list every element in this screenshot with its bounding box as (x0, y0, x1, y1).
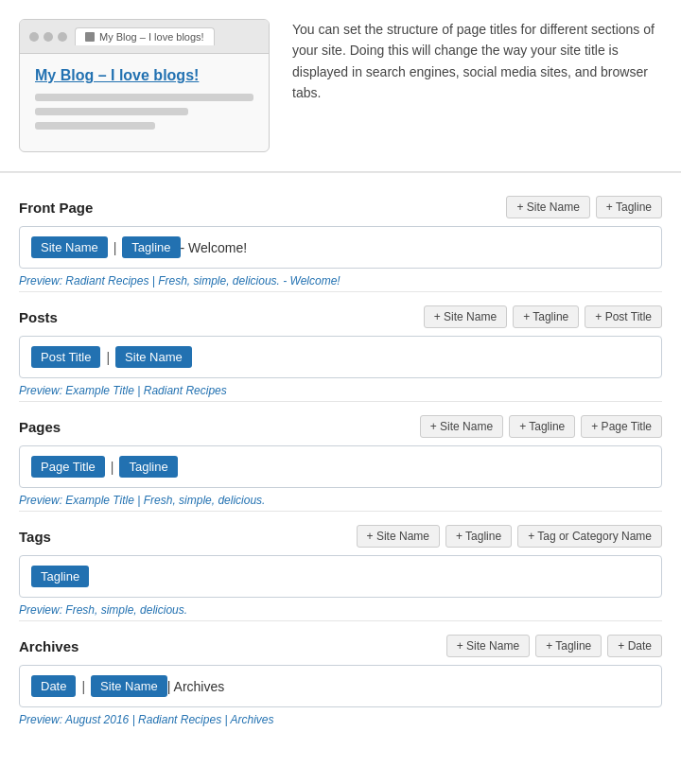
section-tags: Tags+ Site Name+ Tagline+ Tag or Categor… (19, 512, 662, 617)
add-btn-archives-+-tagline[interactable]: + Tagline (535, 635, 602, 657)
section-header-front-page: Front Page+ Site Name+ Tagline (19, 183, 662, 226)
add-btn-posts-+-tagline[interactable]: + Tagline (513, 305, 579, 328)
add-btn-archives-+-site-name[interactable]: + Site Name (446, 635, 530, 657)
browser-line-2 (35, 108, 188, 115)
browser-line-3 (35, 122, 155, 130)
add-btn-posts-+-post-title[interactable]: + Post Title (585, 305, 662, 328)
add-btn-pages-+-site-name[interactable]: + Site Name (420, 415, 503, 438)
token-separator-pages-0: | (105, 460, 120, 475)
browser-dot-3 (58, 32, 67, 42)
browser-mockup: My Blog – I love blogs! My Blog – I love… (19, 19, 270, 152)
section-actions-posts: + Site Name+ Tagline+ Post Title (424, 305, 662, 328)
add-btn-archives-+-date[interactable]: + Date (607, 635, 662, 657)
browser-tab-label: My Blog – I love blogs! (99, 31, 204, 43)
section-title-posts: Posts (19, 309, 58, 325)
token-posts-0[interactable]: Post Title (31, 346, 100, 368)
browser-tab-favicon (85, 32, 95, 42)
sections-wrapper: Front Page+ Site Name+ TaglineSite Name … (0, 173, 681, 749)
add-btn-front-page-+-tagline[interactable]: + Tagline (596, 196, 662, 218)
preview-archives: Preview: August 2016 | Radiant Recipes |… (19, 713, 662, 726)
add-btn-tags-+-site-name[interactable]: + Site Name (357, 525, 440, 548)
browser-dot-1 (29, 32, 39, 42)
token-archives-1[interactable]: Site Name (91, 675, 167, 697)
preview-front-page: Preview: Radiant Recipes | Fresh, simple… (19, 274, 662, 287)
add-btn-front-page-+-site-name[interactable]: + Site Name (506, 196, 589, 218)
preview-tags: Preview: Fresh, simple, delicious. (19, 603, 662, 617)
section-actions-front-page: + Site Name+ Tagline (506, 196, 662, 218)
section-title-tags: Tags (19, 529, 51, 545)
section-header-pages: Pages+ Site Name+ Tagline+ Page Title (19, 402, 662, 445)
add-btn-tags-+-tagline[interactable]: + Tagline (445, 525, 512, 548)
token-extra-front-page: - Welcome! (181, 240, 248, 255)
browser-line-1 (35, 94, 253, 101)
browser-dot-2 (44, 32, 53, 42)
token-archives-0[interactable]: Date (31, 675, 76, 697)
section-title-archives: Archives (19, 638, 79, 654)
section-actions-pages: + Site Name+ Tagline+ Page Title (420, 415, 662, 438)
preview-posts: Preview: Example Title | Radiant Recipes (19, 384, 662, 397)
token-separator-posts-0: | (100, 350, 115, 365)
add-btn-pages-+-page-title[interactable]: + Page Title (581, 415, 662, 438)
token-front-page-1[interactable]: Tagline (122, 236, 180, 258)
section-actions-archives: + Site Name+ Tagline+ Date (446, 635, 662, 657)
browser-dots (29, 32, 67, 42)
browser-toolbar: My Blog – I love blogs! (20, 20, 269, 54)
token-box-front-page: Site Name | Tagline - Welcome! (19, 226, 662, 269)
section-archives: Archives+ Site Name+ Tagline+ DateDate |… (19, 621, 662, 726)
section-posts: Posts+ Site Name+ Tagline+ Post TitlePos… (19, 292, 662, 397)
add-btn-tags-+-tag-or-category-name[interactable]: + Tag or Category Name (517, 525, 662, 548)
section-title-pages: Pages (19, 419, 61, 435)
section-actions-tags: + Site Name+ Tagline+ Tag or Category Na… (357, 525, 662, 548)
token-separator-front-page-0: | (108, 240, 123, 255)
browser-tab: My Blog – I love blogs! (75, 27, 215, 45)
section-header-archives: Archives+ Site Name+ Tagline+ Date (19, 621, 662, 665)
token-box-archives: Date | Site Name | Archives (19, 665, 662, 707)
description-text: You can set the structure of page titles… (292, 19, 662, 104)
token-box-tags: Tagline (19, 555, 662, 598)
section-header-posts: Posts+ Site Name+ Tagline+ Post Title (19, 292, 662, 336)
browser-content: My Blog – I love blogs! (20, 54, 269, 151)
token-separator-archives-0: | (76, 679, 91, 694)
token-pages-1[interactable]: Tagline (119, 456, 177, 478)
section-front-page: Front Page+ Site Name+ TaglineSite Name … (19, 183, 662, 287)
section-header-tags: Tags+ Site Name+ Tagline+ Tag or Categor… (19, 512, 662, 555)
token-pages-0[interactable]: Page Title (31, 456, 105, 478)
add-btn-posts-+-site-name[interactable]: + Site Name (424, 305, 507, 328)
preview-pages: Preview: Example Title | Fresh, simple, … (19, 494, 662, 507)
token-extra-archives: | Archives (167, 679, 224, 694)
token-posts-1[interactable]: Site Name (115, 346, 192, 368)
section-title-front-page: Front Page (19, 200, 93, 216)
token-box-pages: Page Title | Tagline (19, 445, 662, 488)
token-box-posts: Post Title | Site Name (19, 336, 662, 378)
browser-site-title: My Blog – I love blogs! (35, 67, 253, 84)
add-btn-pages-+-tagline[interactable]: + Tagline (509, 415, 575, 438)
token-tags-0[interactable]: Tagline (31, 566, 89, 587)
top-section: My Blog – I love blogs! My Blog – I love… (0, 0, 681, 172)
section-pages: Pages+ Site Name+ Tagline+ Page TitlePag… (19, 402, 662, 507)
token-front-page-0[interactable]: Site Name (31, 236, 108, 258)
